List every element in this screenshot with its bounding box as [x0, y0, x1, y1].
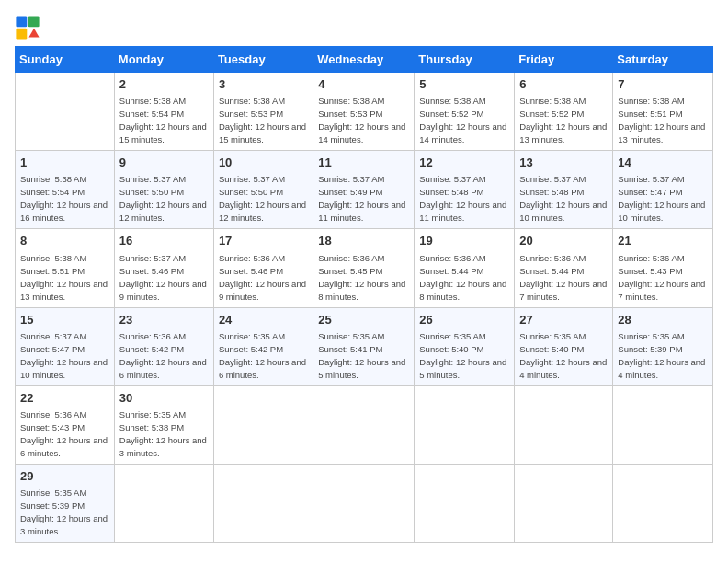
calendar-cell: 1 Sunrise: 5:38 AMSunset: 5:54 PMDayligh… [16, 151, 115, 229]
calendar-cell: 21 Sunrise: 5:36 AMSunset: 5:43 PMDaylig… [613, 229, 713, 307]
calendar-week-row: 2 Sunrise: 5:38 AMSunset: 5:54 PMDayligh… [16, 73, 713, 151]
day-number: 28 [618, 312, 708, 328]
day-info: Sunrise: 5:35 AMSunset: 5:42 PMDaylight:… [219, 331, 306, 380]
day-info: Sunrise: 5:35 AMSunset: 5:40 PMDaylight:… [419, 331, 506, 380]
day-number: 8 [20, 233, 109, 249]
calendar-cell: 19 Sunrise: 5:36 AMSunset: 5:44 PMDaylig… [415, 229, 515, 307]
day-number: 2 [119, 76, 209, 93]
day-number: 30 [119, 390, 209, 407]
logo-icon [15, 15, 40, 40]
header [15, 15, 713, 40]
calendar-cell: 28 Sunrise: 5:35 AMSunset: 5:39 PMDaylig… [613, 307, 713, 385]
day-info: Sunrise: 5:37 AMSunset: 5:49 PMDaylight:… [318, 174, 405, 223]
day-number: 3 [219, 76, 308, 93]
day-info: Sunrise: 5:35 AMSunset: 5:41 PMDaylight:… [318, 331, 405, 380]
day-info: Sunrise: 5:37 AMSunset: 5:47 PMDaylight:… [618, 174, 705, 223]
calendar-cell: 16 Sunrise: 5:37 AMSunset: 5:46 PMDaylig… [114, 229, 213, 307]
calendar-cell: 14 Sunrise: 5:37 AMSunset: 5:47 PMDaylig… [613, 151, 713, 229]
logo [15, 15, 44, 40]
calendar-cell: 3 Sunrise: 5:38 AMSunset: 5:53 PMDayligh… [213, 73, 313, 151]
day-info: Sunrise: 5:36 AMSunset: 5:46 PMDaylight:… [219, 253, 306, 302]
weekday-header-saturday: Saturday [613, 47, 713, 73]
calendar-cell: 24 Sunrise: 5:35 AMSunset: 5:42 PMDaylig… [213, 307, 313, 385]
day-number: 15 [20, 312, 109, 328]
day-info: Sunrise: 5:35 AMSunset: 5:39 PMDaylight:… [20, 488, 108, 536]
calendar-cell [213, 464, 313, 542]
calendar-cell [415, 464, 515, 542]
calendar-cell: 12 Sunrise: 5:37 AMSunset: 5:48 PMDaylig… [415, 151, 515, 229]
day-info: Sunrise: 5:35 AMSunset: 5:40 PMDaylight:… [519, 331, 607, 380]
day-info: Sunrise: 5:36 AMSunset: 5:44 PMDaylight:… [419, 253, 506, 302]
calendar-cell: 20 Sunrise: 5:36 AMSunset: 5:44 PMDaylig… [515, 229, 613, 307]
day-number: 17 [219, 233, 308, 249]
weekday-header-wednesday: Wednesday [313, 47, 415, 73]
day-info: Sunrise: 5:37 AMSunset: 5:50 PMDaylight:… [119, 174, 207, 223]
calendar-week-row: 15 Sunrise: 5:37 AMSunset: 5:47 PMDaylig… [16, 307, 713, 385]
day-number: 24 [219, 312, 308, 328]
calendar-cell: 10 Sunrise: 5:37 AMSunset: 5:50 PMDaylig… [213, 151, 313, 229]
day-info: Sunrise: 5:35 AMSunset: 5:38 PMDaylight:… [119, 409, 207, 458]
day-number: 25 [318, 312, 409, 328]
calendar-cell [213, 385, 313, 464]
calendar-cell: 15 Sunrise: 5:37 AMSunset: 5:47 PMDaylig… [16, 307, 115, 385]
calendar-cell [313, 464, 415, 542]
calendar-cell: 2 Sunrise: 5:38 AMSunset: 5:54 PMDayligh… [114, 73, 213, 151]
calendar-cell: 30 Sunrise: 5:35 AMSunset: 5:38 PMDaylig… [114, 385, 213, 464]
day-info: Sunrise: 5:37 AMSunset: 5:48 PMDaylight:… [519, 174, 607, 223]
day-number: 22 [20, 390, 109, 407]
weekday-header-monday: Monday [114, 47, 213, 73]
day-number: 10 [219, 155, 308, 171]
day-info: Sunrise: 5:35 AMSunset: 5:39 PMDaylight:… [618, 331, 705, 380]
weekday-header-thursday: Thursday [415, 47, 515, 73]
day-number: 11 [318, 155, 409, 171]
day-info: Sunrise: 5:38 AMSunset: 5:52 PMDaylight:… [419, 96, 506, 144]
calendar-cell: 5 Sunrise: 5:38 AMSunset: 5:52 PMDayligh… [415, 73, 515, 151]
day-number: 19 [419, 233, 509, 249]
day-number: 4 [318, 76, 409, 93]
day-number: 26 [419, 312, 509, 328]
calendar-cell [415, 385, 515, 464]
svg-rect-2 [16, 29, 27, 40]
calendar-cell: 29 Sunrise: 5:35 AMSunset: 5:39 PMDaylig… [16, 464, 115, 542]
day-number: 7 [618, 76, 708, 93]
day-info: Sunrise: 5:38 AMSunset: 5:53 PMDaylight:… [318, 96, 405, 144]
day-info: Sunrise: 5:38 AMSunset: 5:53 PMDaylight:… [219, 96, 306, 144]
calendar-cell [613, 385, 713, 464]
calendar-table: SundayMondayTuesdayWednesdayThursdayFrid… [15, 46, 713, 543]
svg-rect-0 [16, 16, 27, 27]
weekday-header-tuesday: Tuesday [213, 47, 313, 73]
day-info: Sunrise: 5:37 AMSunset: 5:50 PMDaylight:… [219, 174, 306, 223]
day-number: 23 [119, 312, 209, 328]
calendar-cell [515, 385, 613, 464]
calendar-cell: 25 Sunrise: 5:35 AMSunset: 5:41 PMDaylig… [313, 307, 415, 385]
calendar-cell: 18 Sunrise: 5:36 AMSunset: 5:45 PMDaylig… [313, 229, 415, 307]
calendar-cell [613, 464, 713, 542]
calendar-cell: 13 Sunrise: 5:37 AMSunset: 5:48 PMDaylig… [515, 151, 613, 229]
day-number: 18 [318, 233, 409, 249]
day-number: 20 [519, 233, 608, 249]
calendar-week-row: 22 Sunrise: 5:36 AMSunset: 5:43 PMDaylig… [16, 385, 713, 464]
day-number: 27 [519, 312, 608, 328]
day-info: Sunrise: 5:36 AMSunset: 5:43 PMDaylight:… [20, 409, 108, 458]
calendar-cell [313, 385, 415, 464]
calendar-cell: 11 Sunrise: 5:37 AMSunset: 5:49 PMDaylig… [313, 151, 415, 229]
calendar-cell: 17 Sunrise: 5:36 AMSunset: 5:46 PMDaylig… [213, 229, 313, 307]
day-number: 6 [519, 76, 608, 93]
calendar-week-row: 1 Sunrise: 5:38 AMSunset: 5:54 PMDayligh… [16, 151, 713, 229]
day-info: Sunrise: 5:36 AMSunset: 5:42 PMDaylight:… [119, 331, 207, 380]
weekday-header-row: SundayMondayTuesdayWednesdayThursdayFrid… [16, 47, 713, 73]
calendar-week-row: 8 Sunrise: 5:38 AMSunset: 5:51 PMDayligh… [16, 229, 713, 307]
calendar-cell: 8 Sunrise: 5:38 AMSunset: 5:51 PMDayligh… [16, 229, 115, 307]
calendar-cell: 26 Sunrise: 5:35 AMSunset: 5:40 PMDaylig… [415, 307, 515, 385]
day-number: 21 [618, 233, 708, 249]
day-number: 9 [119, 155, 209, 171]
day-info: Sunrise: 5:36 AMSunset: 5:43 PMDaylight:… [618, 253, 705, 302]
calendar-week-row: 29 Sunrise: 5:35 AMSunset: 5:39 PMDaylig… [16, 464, 713, 542]
day-info: Sunrise: 5:38 AMSunset: 5:54 PMDaylight:… [119, 96, 207, 144]
day-number: 12 [419, 155, 509, 171]
calendar-cell [16, 73, 115, 151]
day-number: 13 [519, 155, 608, 171]
svg-rect-1 [28, 16, 40, 27]
page-container: SundayMondayTuesdayWednesdayThursdayFrid… [0, 0, 728, 550]
day-number: 5 [419, 76, 509, 93]
